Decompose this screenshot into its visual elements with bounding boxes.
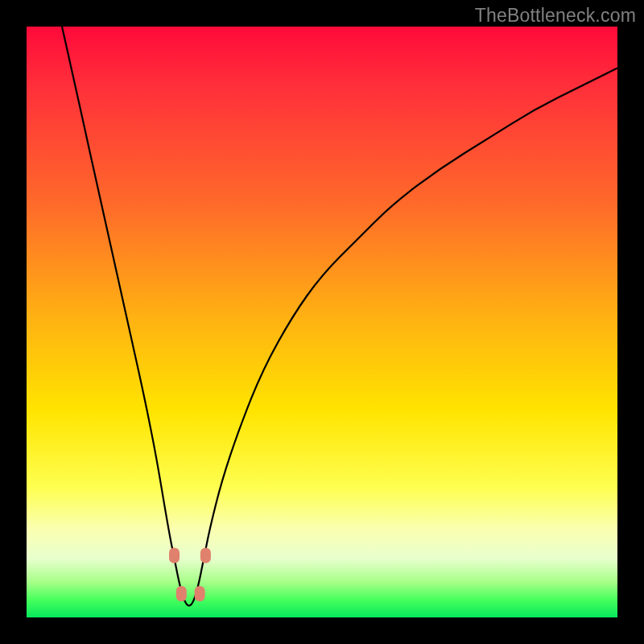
curve-marker <box>200 547 211 563</box>
curve-marker <box>169 547 180 563</box>
curve-marker <box>195 586 205 601</box>
curve-svg <box>27 27 617 617</box>
curve-marker <box>176 586 187 601</box>
chart-frame: TheBottleneck.com <box>0 0 644 644</box>
bottleneck-curve <box>62 27 617 605</box>
curve-markers <box>169 547 211 601</box>
watermark-text: TheBottleneck.com <box>475 5 636 27</box>
plot-area <box>27 27 617 617</box>
